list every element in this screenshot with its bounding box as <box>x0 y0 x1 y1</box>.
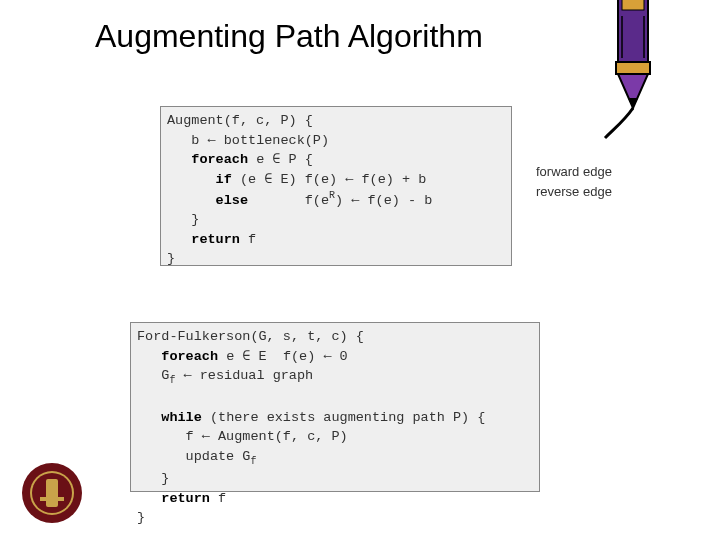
keyword-return: return <box>191 232 240 247</box>
code-line: f(e <box>248 193 329 208</box>
svg-marker-8 <box>628 98 638 108</box>
keyword-while: while <box>161 410 202 425</box>
code-line <box>137 491 161 506</box>
code-line: (there exists augmenting path P) { <box>202 410 486 425</box>
keyword-return: return <box>161 491 210 506</box>
code-line: f <box>137 429 202 444</box>
code-line: bottleneck(P) <box>216 133 329 148</box>
code-line: e <box>248 152 272 167</box>
code-line: G <box>137 368 169 383</box>
svg-rect-3 <box>46 479 58 507</box>
code-line: Augment(f, c, P) { <box>167 113 313 128</box>
left-arrow-icon: ← <box>184 368 192 383</box>
code-line: E) f(e) <box>272 172 345 187</box>
left-arrow-icon: ← <box>202 429 210 444</box>
code-line <box>167 232 191 247</box>
code-line <box>175 368 183 383</box>
code-line: ) <box>335 193 351 208</box>
code-line <box>167 193 216 208</box>
code-line: } <box>137 510 145 525</box>
left-arrow-icon: ← <box>323 349 331 364</box>
code-line: } <box>167 251 175 266</box>
code-line: Augment(f, c, P) <box>210 429 348 444</box>
code-line: f(e) + b <box>353 172 426 187</box>
code-line: b <box>167 133 208 148</box>
annotation-forward-edge: forward edge <box>536 164 612 179</box>
code-line: residual graph <box>192 368 314 383</box>
code-line: E f(e) <box>250 349 323 364</box>
svg-rect-6 <box>616 62 650 74</box>
keyword-foreach: foreach <box>161 349 218 364</box>
code-line: Ford-Fulkerson(G, s, t, c) { <box>137 329 364 344</box>
subscript-f: f <box>250 456 256 467</box>
code-line: f <box>240 232 256 247</box>
code-line: } <box>167 212 199 227</box>
left-arrow-icon: ← <box>208 133 216 148</box>
keyword-foreach: foreach <box>191 152 248 167</box>
university-seal-icon <box>20 461 84 525</box>
keyword-else: else <box>216 193 248 208</box>
svg-rect-9 <box>622 0 644 10</box>
svg-rect-4 <box>40 497 64 501</box>
code-line: (e <box>232 172 264 187</box>
annotation-reverse-edge: reverse edge <box>536 184 612 199</box>
code-line: 0 <box>332 349 348 364</box>
code-line: e <box>218 349 242 364</box>
code-line <box>167 172 216 187</box>
code-line: f(e) - b <box>359 193 432 208</box>
augment-code-block: Augment(f, c, P) { b ← bottleneck(P) for… <box>160 106 512 266</box>
code-line <box>167 152 191 167</box>
code-line: update G <box>137 449 250 464</box>
code-line: } <box>137 471 169 486</box>
page-title: Augmenting Path Algorithm <box>95 18 483 55</box>
code-line <box>137 410 161 425</box>
ford-fulkerson-code-block: Ford-Fulkerson(G, s, t, c) { foreach e ∈… <box>130 322 540 492</box>
code-line <box>137 349 161 364</box>
code-line: f <box>210 491 226 506</box>
code-line: P { <box>280 152 312 167</box>
crayon-icon <box>600 0 670 140</box>
keyword-if: if <box>216 172 232 187</box>
